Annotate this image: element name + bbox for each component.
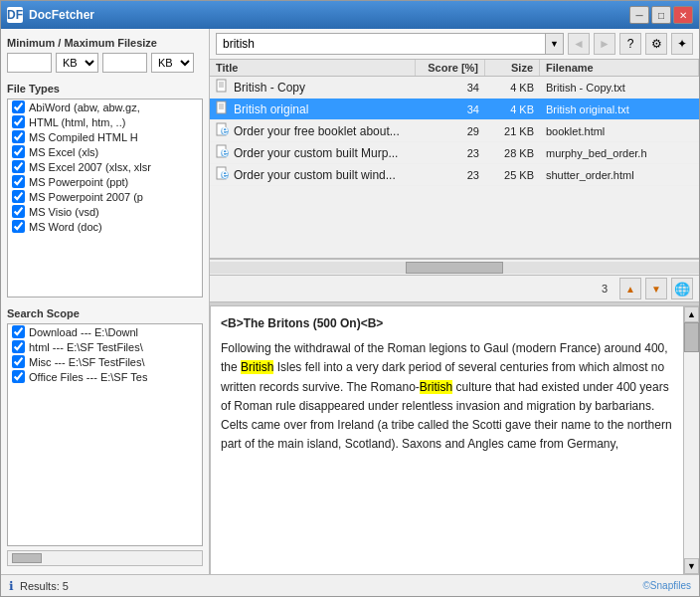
- cell-score: 23: [416, 167, 485, 183]
- table-body: British - Copy344 KBBritish - Copy.txtBr…: [210, 77, 699, 258]
- filesize-max-unit[interactable]: KB MB: [151, 53, 194, 73]
- file-types-label: File Types: [7, 83, 203, 95]
- file-type-checkbox[interactable]: [12, 115, 25, 128]
- file-type-item[interactable]: MS Word (doc): [8, 219, 202, 234]
- cell-size: 4 KB: [485, 101, 540, 117]
- svg-text:e: e: [222, 167, 229, 181]
- preview-scroll-track[interactable]: [684, 322, 699, 558]
- file-type-item[interactable]: MS Powerpoint (ppt): [8, 174, 202, 189]
- svg-text:e: e: [222, 145, 229, 159]
- table-row[interactable]: eOrder your free booklet about...2921 KB…: [210, 120, 699, 142]
- file-type-item[interactable]: MS Visio (vsd): [8, 204, 202, 219]
- scope-label: Download --- E:\Downl: [29, 326, 138, 338]
- search-dropdown-button[interactable]: ▼: [546, 33, 564, 55]
- cell-score: 34: [416, 101, 485, 117]
- file-type-item[interactable]: MS Excel 2007 (xlsx, xlsr: [8, 159, 202, 174]
- cell-filename: shutter_order.html: [540, 167, 699, 183]
- settings-button[interactable]: ⚙: [645, 33, 667, 55]
- app-title: DocFetcher: [29, 8, 94, 22]
- cell-size: 25 KB: [485, 167, 540, 183]
- file-type-checkbox[interactable]: [12, 175, 25, 188]
- status-icon: ℹ: [9, 579, 14, 593]
- forward-button[interactable]: ►: [594, 33, 615, 55]
- search-input-wrap: ▼: [216, 33, 564, 55]
- file-type-checkbox[interactable]: [12, 145, 25, 158]
- col-size: Size: [485, 60, 540, 76]
- file-type-item[interactable]: MS Excel (xls): [8, 144, 202, 159]
- main-content: Minimum / Maximum Filesize KB MB KB MB F…: [1, 29, 699, 574]
- txt-file-icon: [216, 79, 230, 96]
- scope-checkbox[interactable]: [12, 340, 25, 353]
- prev-page-button[interactable]: ▲: [619, 278, 641, 299]
- filesize-label: Minimum / Maximum Filesize: [7, 37, 203, 49]
- table-row[interactable]: eOrder your custom built wind...2325 KBs…: [210, 164, 699, 186]
- right-panel: ▼ ◄ ► ? ⚙ ✦ Title Score [%] Size Filenam…: [210, 29, 699, 574]
- close-button[interactable]: ✕: [673, 6, 693, 24]
- file-type-label: AbiWord (abw, abw.gz,: [29, 101, 140, 113]
- status-brand: ©Snapfiles: [642, 580, 691, 591]
- scope-checkbox[interactable]: [12, 355, 25, 368]
- preview-scroll-down[interactable]: ▼: [684, 558, 699, 574]
- scope-checkbox[interactable]: [12, 325, 25, 338]
- table-header: Title Score [%] Size Filename: [210, 60, 699, 77]
- highlighted-word: British: [241, 360, 273, 374]
- table-row[interactable]: British original344 KBBritish original.t…: [210, 99, 699, 120]
- col-title: Title: [210, 60, 416, 76]
- file-type-checkbox[interactable]: [12, 130, 25, 143]
- file-type-checkbox[interactable]: [12, 205, 25, 218]
- cell-filename: British - Copy.txt: [540, 80, 699, 96]
- scope-item[interactable]: html --- E:\SF TestFiles\: [8, 339, 202, 354]
- back-button[interactable]: ◄: [568, 33, 590, 55]
- cell-score: 34: [416, 80, 485, 96]
- filesize-min-input[interactable]: [7, 53, 52, 73]
- scope-item[interactable]: Misc --- E:\SF TestFiles\: [8, 354, 202, 369]
- scope-checkbox[interactable]: [12, 370, 25, 383]
- filesize-max-input[interactable]: [102, 53, 147, 73]
- file-type-item[interactable]: MS Powerpoint 2007 (p: [8, 189, 202, 204]
- results-hscrollbar[interactable]: [210, 259, 699, 275]
- file-type-checkbox[interactable]: [12, 160, 25, 173]
- scope-item[interactable]: Download --- E:\Downl: [8, 324, 202, 339]
- minimize-button[interactable]: ─: [629, 6, 649, 24]
- file-type-checkbox[interactable]: [12, 100, 25, 113]
- file-type-checkbox[interactable]: [12, 190, 25, 203]
- filesize-row: KB MB KB MB: [7, 53, 203, 73]
- preview-scrollbar: ▲ ▼: [683, 306, 699, 574]
- filesize-min-unit[interactable]: KB MB: [56, 53, 98, 73]
- maximize-button[interactable]: □: [651, 6, 671, 24]
- file-type-item[interactable]: MS Compiled HTML H: [8, 129, 202, 144]
- search-scope-box: Download --- E:\Downlhtml --- E:\SF Test…: [7, 323, 203, 546]
- cell-title: eOrder your free booklet about...: [210, 120, 416, 141]
- svg-rect-0: [217, 80, 226, 92]
- preview-scroll-up[interactable]: ▲: [684, 306, 699, 322]
- col-filename: Filename: [540, 60, 699, 76]
- more-button[interactable]: ✦: [671, 33, 693, 55]
- search-input[interactable]: [216, 33, 546, 55]
- col-score: Score [%]: [416, 60, 485, 76]
- scope-item[interactable]: Office Files --- E:\SF Tes: [8, 369, 202, 384]
- cell-title-text: Order your free booklet about...: [234, 124, 400, 138]
- preview-scroll-thumb: [684, 322, 699, 352]
- file-types-box: AbiWord (abw, abw.gz,HTML (html, htm, ..…: [7, 99, 203, 298]
- search-scope-label: Search Scope: [7, 307, 203, 319]
- left-hscrollbar[interactable]: [7, 550, 203, 566]
- next-page-button[interactable]: ▼: [645, 278, 667, 299]
- results-area: Title Score [%] Size Filename British - …: [210, 60, 699, 259]
- help-button[interactable]: ?: [619, 33, 641, 55]
- cell-filename: British original.txt: [540, 101, 699, 117]
- file-type-checkbox[interactable]: [12, 220, 25, 233]
- open-browser-button[interactable]: 🌐: [671, 278, 693, 299]
- table-row[interactable]: eOrder your custom built Murp...2328 KBm…: [210, 142, 699, 164]
- file-type-item[interactable]: HTML (html, htm, ..): [8, 114, 202, 129]
- file-type-label: MS Powerpoint (ppt): [29, 176, 128, 188]
- table-row[interactable]: British - Copy344 KBBritish - Copy.txt: [210, 77, 699, 99]
- file-type-item[interactable]: AbiWord (abw, abw.gz,: [8, 100, 202, 114]
- file-type-label: MS Powerpoint 2007 (p: [29, 191, 143, 203]
- cell-filename: murphy_bed_order.h: [540, 145, 699, 161]
- cell-size: 21 KB: [485, 123, 540, 139]
- html-file-icon: e: [216, 166, 230, 183]
- scope-label: Misc --- E:\SF TestFiles\: [29, 356, 145, 368]
- left-hscroll-thumb: [12, 553, 42, 563]
- preview-paragraph: Following the withdrawal of the Roman le…: [221, 339, 673, 454]
- svg-text:e: e: [222, 123, 229, 137]
